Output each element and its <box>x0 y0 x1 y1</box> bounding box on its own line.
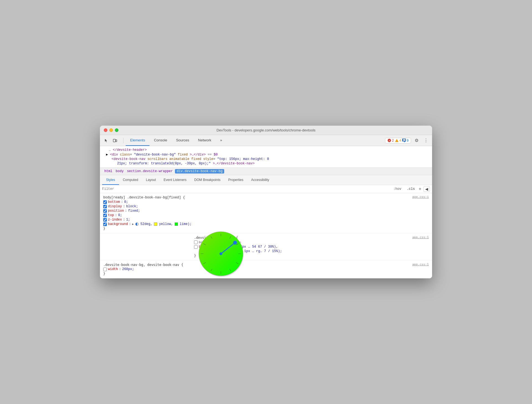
add-style-button[interactable]: + <box>419 187 421 191</box>
tab-accessibility[interactable]: Accessibility <box>247 175 273 185</box>
styles-panel: :hov .cls + ◀ body[ready] .devsite-book-… <box>100 185 432 278</box>
checkbox-width[interactable] <box>103 268 107 271</box>
css-prop-position: position : fixed; <box>103 209 429 213</box>
device-icon[interactable] <box>111 137 119 144</box>
more-options-icon[interactable]: ⋮ <box>422 137 430 144</box>
hov-button[interactable]: :hov <box>392 187 403 191</box>
info-badge: 💬 9 <box>402 139 409 143</box>
css-block-2: .devsite-book-nav-bg { app.css:1 backgro… <box>100 233 432 260</box>
error-badge-group[interactable]: ✕ 2 ! 4 💬 9 <box>385 138 411 143</box>
css-block-3: .devsite-book-nav-bg, devsite-book-nav {… <box>100 260 432 278</box>
yellow-swatch[interactable] <box>154 222 157 226</box>
tab-dom-breakpoints[interactable]: DOM Breakpoints <box>190 175 224 185</box>
tab-event-listeners[interactable]: Event Listeners <box>160 175 190 185</box>
css-prop-bottom: bottom : 0; <box>103 200 429 204</box>
traffic-lights <box>104 128 118 132</box>
error-badge: ✕ 2 <box>388 139 394 143</box>
checkbox-background[interactable] <box>103 222 107 226</box>
html-line-1: … </devsite-header> <box>103 148 429 152</box>
tab-network[interactable]: Network <box>194 135 216 146</box>
tab-styles[interactable]: Styles <box>102 175 119 185</box>
tab-sources[interactable]: Sources <box>172 135 194 146</box>
warning-badge: ! 4 <box>395 139 401 143</box>
checkbox-position[interactable] <box>103 209 107 213</box>
css-prop-background: background : ▶ 52deg, yellow, lime); <box>103 222 429 226</box>
toolbar-right: ✕ 2 ! 4 💬 9 ⚙ ⋮ <box>385 137 430 144</box>
filter-bar: :hov .cls + ◀ <box>100 185 432 193</box>
filter-input[interactable] <box>102 187 389 191</box>
css-selector-3: .devsite-book-nav-bg, devsite-book-nav { <box>103 263 183 267</box>
toolbar-divider-1 <box>123 138 123 143</box>
title-bar: DevTools - developers.google.com/web/too… <box>100 126 432 135</box>
window-title: DevTools - developers.google.com/web/too… <box>216 128 316 132</box>
html-line-2[interactable]: ▶ <div class= "devsite-book-nav-bg" fixe… <box>103 152 429 157</box>
css-prop-width: width : 268px; <box>103 267 429 271</box>
tab-computed[interactable]: Computed <box>119 175 142 185</box>
svg-text:💬: 💬 <box>403 139 406 141</box>
cursor-icon[interactable] <box>102 137 110 144</box>
breadcrumb-body[interactable]: body <box>115 169 125 173</box>
lime-swatch[interactable] <box>175 222 178 226</box>
filter-actions: :hov .cls + ◀ <box>392 186 430 192</box>
css-link-2[interactable]: app.css:1 <box>412 235 429 239</box>
breadcrumb-html[interactable]: html <box>103 169 113 173</box>
checkbox-display[interactable] <box>103 205 107 208</box>
tab-layout[interactable]: Layout <box>142 175 160 185</box>
svg-text:✕: ✕ <box>388 139 390 142</box>
html-panel: … </devsite-header> ▶ <div class= "devsi… <box>100 146 432 168</box>
svg-rect-0 <box>113 139 115 142</box>
angle-swatch[interactable] <box>135 222 139 226</box>
css-close-brace-1: } <box>103 226 429 231</box>
collapse-button[interactable]: ◀ <box>423 186 430 192</box>
breadcrumb-div-selected[interactable]: div.devsite-book-nav-bg <box>175 169 224 173</box>
devtools-window: DevTools - developers.google.com/web/too… <box>100 126 432 278</box>
checkbox-bottom[interactable] <box>103 200 107 204</box>
css-prop-display: display : block; <box>103 204 429 209</box>
checkbox-top[interactable] <box>103 214 107 217</box>
tab-elements[interactable]: Elements <box>126 135 149 146</box>
color-angle-picker[interactable] <box>197 230 244 277</box>
html-line-4: 21px; transform: translate3d(0px, -39px,… <box>103 161 429 166</box>
gradient-arrow[interactable]: ▶ <box>132 222 134 226</box>
maximize-button[interactable] <box>115 128 118 132</box>
toolbar-icons <box>102 137 119 144</box>
checkbox-zindex[interactable] <box>103 218 107 222</box>
devtools-toolbar: Elements Console Sources Network » ✕ 2 !… <box>100 135 432 146</box>
tab-more[interactable]: » <box>216 135 226 146</box>
main-tab-list: Elements Console Sources Network » <box>126 135 227 146</box>
css-prop-zindex: z-index : 1; <box>103 217 429 222</box>
breadcrumb: html body section.devsite-wrapper div.de… <box>100 168 432 175</box>
svg-text:!: ! <box>396 140 397 142</box>
cls-button[interactable]: .cls <box>405 187 417 191</box>
css-close-brace-3: } <box>103 271 429 276</box>
tab-console[interactable]: Console <box>149 135 172 146</box>
settings-icon[interactable]: ⚙ <box>413 137 420 144</box>
css-link-3[interactable]: app.css:1 <box>412 263 429 266</box>
css-prop-top: top : 0; <box>103 213 429 217</box>
panel-tabs: Styles Computed Layout Event Listeners D… <box>100 175 432 185</box>
minimize-button[interactable] <box>109 128 113 132</box>
breadcrumb-section[interactable]: section.devsite-wrapper <box>126 169 174 173</box>
close-button[interactable] <box>104 128 107 132</box>
css-link-1[interactable]: app.css:1 <box>412 195 429 199</box>
svg-rect-1 <box>116 140 117 142</box>
css-block-1: body[ready] .devsite-book-nav-bg[fixed] … <box>100 193 432 233</box>
tab-properties[interactable]: Properties <box>224 175 247 185</box>
html-line-3: <devsite-book-nav scrollbars animatable … <box>103 157 429 161</box>
css-selector-1: body[ready] .devsite-book-nav-bg[fixed] … <box>103 196 185 200</box>
svg-point-22 <box>219 252 222 255</box>
